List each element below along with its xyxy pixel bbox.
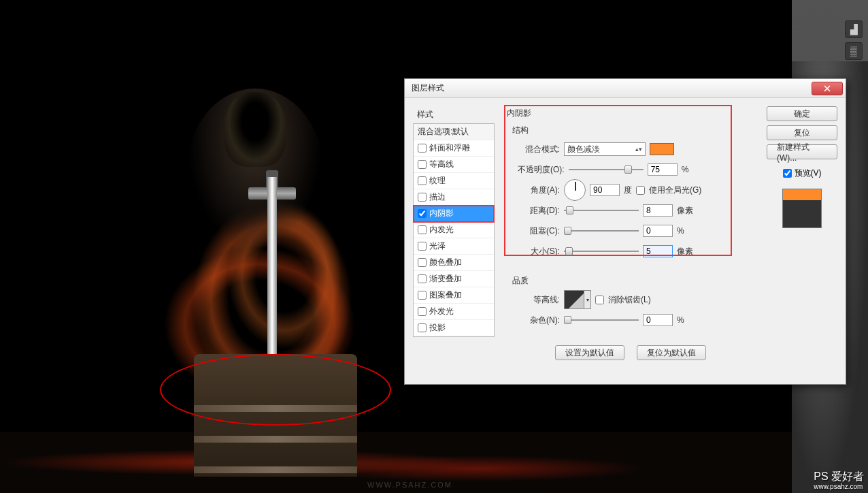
opacity-label: 不透明度(O): xyxy=(518,164,565,176)
global-light-checkbox[interactable] xyxy=(636,186,645,195)
watermark-logo: PS 爱好者 www.psahz.com xyxy=(814,470,864,490)
style-checkbox[interactable] xyxy=(418,176,427,185)
histogram-icon[interactable]: ▟ xyxy=(845,20,863,38)
style-checkbox[interactable] xyxy=(418,225,427,234)
style-item-2[interactable]: 纹理 xyxy=(414,173,494,189)
swatches-icon[interactable]: ▒ xyxy=(845,42,863,60)
antialias-label: 消除锯齿(L) xyxy=(608,294,651,306)
contour-picker[interactable]: ▾ xyxy=(564,290,591,309)
chevron-updown-icon: ▴▾ xyxy=(635,146,642,153)
style-item-label: 图案叠加 xyxy=(429,289,462,301)
noise-label: 杂色(N): xyxy=(518,315,560,326)
style-item-8[interactable]: 渐变叠加 xyxy=(414,271,494,287)
distance-slider[interactable] xyxy=(564,206,639,215)
annotation-ellipse xyxy=(160,354,391,426)
style-item-3[interactable]: 描边 xyxy=(414,189,494,206)
choke-input[interactable] xyxy=(643,225,673,237)
dialog-title-text: 图层样式 xyxy=(412,82,444,94)
noise-slider[interactable] xyxy=(564,315,639,325)
default-buttons-row: 设置为默认值 复位为默认值 xyxy=(504,345,757,360)
styles-header: 样式 xyxy=(413,106,495,123)
set-default-button[interactable]: 设置为默认值 xyxy=(555,345,624,360)
style-checkbox[interactable] xyxy=(418,209,427,218)
style-item-label: 外发光 xyxy=(429,306,454,317)
style-item-label: 颜色叠加 xyxy=(429,257,462,268)
preview-row: 预览(V) xyxy=(767,168,837,179)
style-checkbox[interactable] xyxy=(418,307,427,316)
style-item-9[interactable]: 图案叠加 xyxy=(414,287,494,304)
style-checkbox[interactable] xyxy=(418,291,427,300)
style-checkbox[interactable] xyxy=(418,323,427,332)
preview-label: 预览(V) xyxy=(795,168,822,179)
global-light-label: 使用全局光(G) xyxy=(649,185,701,196)
style-checkbox[interactable] xyxy=(418,144,427,153)
settings-column: 内阴影 结构 混合模式: 颜色减淡 ▴▾ 不透明度(O): % xyxy=(504,106,757,377)
opacity-slider[interactable] xyxy=(569,165,644,174)
watermark-url: WWW.PSAHZ.COM xyxy=(367,481,452,489)
chest-band xyxy=(194,466,357,473)
opacity-input[interactable] xyxy=(648,163,678,176)
styles-column: 样式 混合选项:默认 斜面和浮雕等高线纹理描边内阴影内发光光泽颜色叠加渐变叠加图… xyxy=(413,106,495,377)
style-item-4[interactable]: 内阴影 xyxy=(414,206,494,222)
new-style-button[interactable]: 新建样式(W)... xyxy=(767,144,837,159)
angle-label: 角度(A): xyxy=(518,185,560,196)
section-title: 内阴影 xyxy=(504,106,757,121)
close-icon xyxy=(824,85,831,92)
style-item-0[interactable]: 斜面和浮雕 xyxy=(414,140,494,157)
chest-band xyxy=(194,436,357,443)
structure-label: 结构 xyxy=(512,125,757,136)
blend-mode-row: 混合模式: 颜色减淡 ▴▾ xyxy=(518,142,757,157)
style-item-label: 描边 xyxy=(429,191,446,203)
style-item-label: 内发光 xyxy=(429,224,454,236)
style-item-label: 渐变叠加 xyxy=(429,273,462,285)
choke-slider[interactable] xyxy=(564,226,639,236)
size-input[interactable] xyxy=(643,245,673,257)
chevron-down-icon: ▾ xyxy=(584,291,590,308)
noise-row: 杂色(N): % xyxy=(518,313,757,328)
reset-default-button[interactable]: 复位为默认值 xyxy=(637,345,706,360)
dialog-right-column: 确定 复位 新建样式(W)... 预览(V) xyxy=(767,106,837,377)
preview-swatch xyxy=(782,189,822,228)
contour-label: 等高线: xyxy=(518,294,560,306)
ok-button[interactable]: 确定 xyxy=(767,106,837,121)
style-item-5[interactable]: 内发光 xyxy=(414,222,494,238)
distance-row: 距离(D): 像素 xyxy=(518,203,757,218)
antialias-checkbox[interactable] xyxy=(595,296,604,304)
dialog-titlebar[interactable]: 图层样式 xyxy=(405,79,846,98)
choke-label: 阻塞(C): xyxy=(518,225,560,237)
angle-input[interactable] xyxy=(590,184,620,196)
angle-dial[interactable] xyxy=(564,179,586,201)
style-item-label: 光泽 xyxy=(429,240,446,252)
preview-checkbox[interactable] xyxy=(783,169,792,178)
styles-list: 混合选项:默认 斜面和浮雕等高线纹理描边内阴影内发光光泽颜色叠加渐变叠加图案叠加… xyxy=(413,123,495,337)
style-item-label: 等高线 xyxy=(429,159,454,170)
style-checkbox[interactable] xyxy=(418,193,427,202)
blend-mode-label: 混合模式: xyxy=(518,144,560,155)
blend-options-item[interactable]: 混合选项:默认 xyxy=(414,124,494,140)
close-button[interactable] xyxy=(812,82,843,95)
style-item-label: 内阴影 xyxy=(429,208,454,219)
style-item-label: 纹理 xyxy=(429,175,446,187)
artwork xyxy=(133,82,418,477)
cancel-button[interactable]: 复位 xyxy=(767,125,837,140)
size-slider[interactable] xyxy=(564,246,639,256)
blend-mode-select[interactable]: 颜色减淡 ▴▾ xyxy=(564,142,646,156)
style-item-7[interactable]: 颜色叠加 xyxy=(414,255,494,271)
style-item-label: 斜面和浮雕 xyxy=(429,142,470,154)
style-item-1[interactable]: 等高线 xyxy=(414,157,494,173)
style-item-11[interactable]: 投影 xyxy=(414,320,494,336)
distance-label: 距离(D): xyxy=(518,205,560,217)
angle-row: 角度(A): 度 使用全局光(G) xyxy=(518,182,757,197)
style-item-6[interactable]: 光泽 xyxy=(414,238,494,255)
hood-head xyxy=(224,92,286,167)
style-item-10[interactable]: 外发光 xyxy=(414,304,494,320)
quality-label: 品质 xyxy=(512,275,757,287)
opacity-row: 不透明度(O): % xyxy=(518,162,757,177)
distance-input[interactable] xyxy=(643,204,673,217)
style-checkbox[interactable] xyxy=(418,274,427,283)
color-swatch[interactable] xyxy=(650,143,674,155)
style-checkbox[interactable] xyxy=(418,160,427,169)
style-checkbox[interactable] xyxy=(418,258,427,267)
style-checkbox[interactable] xyxy=(418,242,427,251)
noise-input[interactable] xyxy=(643,314,673,326)
